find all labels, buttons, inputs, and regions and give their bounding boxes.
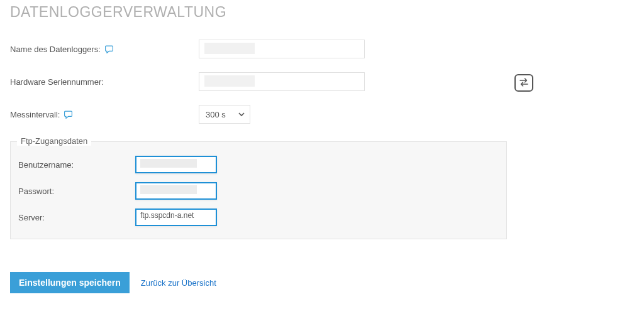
swap-arrows-icon: [518, 77, 530, 89]
serial-input[interactable]: [199, 72, 365, 91]
username-label: Benutzername:: [18, 160, 135, 170]
interval-select[interactable]: 300 s: [199, 105, 250, 124]
password-input[interactable]: [135, 182, 217, 200]
name-label: Name des Datenloggers:: [10, 45, 101, 54]
row-username: Benutzername:: [18, 156, 499, 173]
page-title: DATENLOGGERVERWALTUNG: [10, 4, 644, 21]
server-input[interactable]: ftp.sspcdn-a.net: [135, 208, 217, 226]
interval-selected-value: 300 s: [206, 110, 226, 119]
row-password: Passwort:: [18, 182, 499, 200]
interval-label: Messintervall:: [10, 110, 60, 119]
row-name: Name des Datenloggers:: [10, 40, 507, 58]
help-icon[interactable]: [104, 45, 114, 53]
actions-bar: Einstellungen speichern Zurück zur Übers…: [10, 272, 644, 293]
password-label: Passwort:: [18, 187, 135, 196]
row-interval: Messintervall: 300 s: [10, 105, 507, 124]
swap-button[interactable]: [514, 74, 533, 92]
ftp-legend: Ftp-Zugangsdaten: [17, 136, 91, 146]
form-area: Name des Datenloggers: Hardware Seriennu…: [10, 40, 507, 239]
server-label: Server:: [18, 213, 135, 222]
help-icon[interactable]: [64, 111, 73, 119]
back-link[interactable]: Zurück zur Übersicht: [141, 278, 216, 288]
row-server: Server: ftp.sspcdn-a.net: [18, 208, 499, 226]
save-button[interactable]: Einstellungen speichern: [10, 272, 130, 293]
username-input[interactable]: [135, 156, 217, 173]
row-serial: Hardware Seriennummer:: [10, 72, 507, 91]
name-input[interactable]: [199, 40, 365, 58]
chevron-down-icon: [238, 110, 245, 119]
ftp-fieldset: Ftp-Zugangsdaten Benutzername: Passwort:…: [10, 141, 507, 239]
serial-label: Hardware Seriennummer:: [10, 77, 104, 87]
